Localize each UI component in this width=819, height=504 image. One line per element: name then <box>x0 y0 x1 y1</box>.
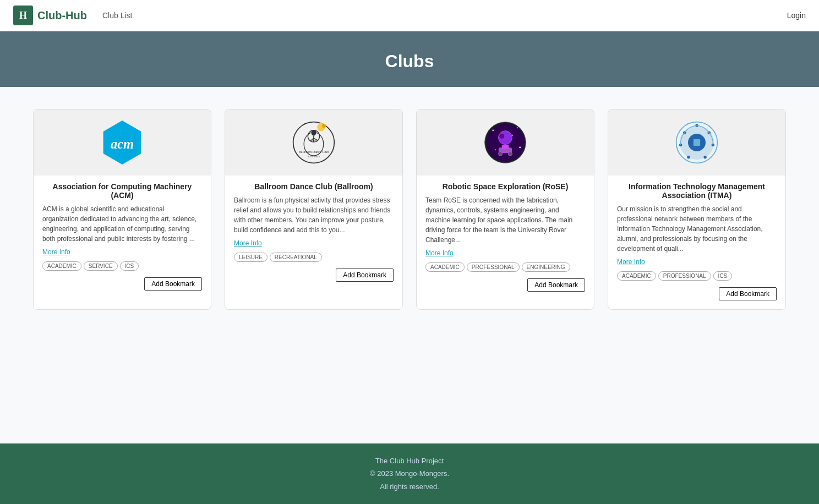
card-description-acm: ACM is a global scientific and education… <box>42 204 202 244</box>
clubs-grid: acm Association for Computing Machinery … <box>33 109 786 310</box>
svg-point-21 <box>495 149 496 150</box>
tag-engineering: ENGINEERING <box>522 262 570 272</box>
card-image-ballroom: Ballroom Dance Club at to mhce <box>225 109 402 176</box>
tags-rose: ACADEMICPROFESSIONALENGINEERING <box>425 262 585 272</box>
brand-logo[interactable]: H Club-Hub <box>13 6 87 25</box>
svg-point-20 <box>512 135 513 136</box>
bookmark-button-acm[interactable]: Add Bookmark <box>144 277 202 291</box>
footer: The Club Hub Project © 2023 Mongo-Monger… <box>0 443 819 504</box>
tag-ics: ICS <box>120 261 139 271</box>
svg-point-19 <box>517 127 518 128</box>
hero-banner: Clubs <box>0 31 819 87</box>
svg-line-11 <box>310 138 314 141</box>
tag-recreational: RECREATIONAL <box>270 253 322 262</box>
nav-club-list[interactable]: Club List <box>102 11 132 20</box>
more-info-link-ballroom[interactable]: More Info <box>234 239 262 247</box>
tags-itma: ACADEMICPROFESSIONALICS <box>617 271 777 281</box>
card-image-rose <box>417 109 594 176</box>
tag-academic: ACADEMIC <box>425 262 465 272</box>
tag-ics: ICS <box>713 271 733 281</box>
card-title-ballroom: Ballroom Dance Club (Ballroom) <box>254 182 373 191</box>
footer-line1: The Club Hub Project <box>11 454 808 467</box>
main-content: acm Association for Computing Machinery … <box>0 87 819 443</box>
svg-rect-32 <box>694 139 700 146</box>
footer-line3: All rights reserved. <box>11 480 808 493</box>
card-title-acm: Association for Computing Machinery (ACM… <box>42 182 202 200</box>
svg-text:Ballroom Dance Club: Ballroom Dance Club <box>299 150 329 154</box>
navbar: H Club-Hub Club List Login <box>0 0 819 31</box>
login-button[interactable]: Login <box>787 11 806 20</box>
svg-point-24 <box>499 134 504 139</box>
tag-leisure: LEISURE <box>234 253 267 262</box>
more-info-link-acm[interactable]: More Info <box>42 248 70 256</box>
svg-point-26 <box>499 152 503 156</box>
svg-point-9 <box>312 130 316 136</box>
club-card-acm: acm Association for Computing Machinery … <box>33 109 211 310</box>
svg-point-18 <box>492 129 494 131</box>
svg-text:at to mhce: at to mhce <box>308 155 320 158</box>
tags-acm: ACADEMICSERVICEICS <box>42 261 202 271</box>
card-body-acm: Association for Computing Machinery (ACM… <box>34 176 211 291</box>
card-body-ballroom: Ballroom Dance Club (Ballroom) Ballroom … <box>225 176 402 282</box>
svg-point-27 <box>508 152 512 156</box>
svg-point-44 <box>703 156 706 158</box>
more-info-link-rose[interactable]: More Info <box>425 249 454 257</box>
bookmark-button-itma[interactable]: Add Bookmark <box>719 287 777 300</box>
bookmark-button-ballroom[interactable]: Add Bookmark <box>336 269 394 282</box>
card-description-itma: Our mission is to strengthen the social … <box>617 204 777 254</box>
svg-text:acm: acm <box>111 136 134 151</box>
tag-professional: PROFESSIONAL <box>467 262 520 272</box>
tag-service: SERVICE <box>84 261 118 271</box>
svg-point-45 <box>687 156 690 158</box>
bookmark-button-rose[interactable]: Add Bookmark <box>527 278 585 292</box>
card-image-acm: acm <box>34 109 211 176</box>
card-body-rose: Robotic Space Exploration (RoSE) Team Ro… <box>417 176 594 292</box>
footer-line2: © 2023 Mongo-Mongers. <box>11 467 808 480</box>
tag-professional: PROFESSIONAL <box>658 271 711 281</box>
club-card-ballroom: Ballroom Dance Club at to mhce Ballroom … <box>225 109 403 310</box>
card-title-rose: Robotic Space Exploration (RoSE) <box>443 182 569 191</box>
more-info-link-itma[interactable]: More Info <box>617 258 645 266</box>
svg-point-22 <box>519 147 521 149</box>
tag-academic: ACADEMIC <box>617 271 656 281</box>
club-card-rose: Robotic Space Exploration (RoSE) Team Ro… <box>416 109 594 310</box>
card-description-ballroom: Ballroom is a fun physical activity that… <box>234 195 394 235</box>
card-image-itma <box>608 109 785 176</box>
card-title-itma: Information Technology Management Associ… <box>617 182 777 200</box>
svg-point-15 <box>322 124 326 128</box>
page-title: Clubs <box>0 51 819 72</box>
brand-name: Club-Hub <box>37 9 87 22</box>
tags-ballroom: LEISURERECREATIONAL <box>234 253 394 262</box>
svg-rect-28 <box>502 145 509 149</box>
card-description-rose: Team RoSE is concerned with the fabricat… <box>425 195 585 245</box>
tag-academic: ACADEMIC <box>42 261 81 271</box>
svg-text:H: H <box>19 10 27 21</box>
card-body-itma: Information Technology Management Associ… <box>608 176 785 300</box>
brand-icon: H <box>13 6 33 25</box>
club-card-itma: Information Technology Management Associ… <box>608 109 786 310</box>
